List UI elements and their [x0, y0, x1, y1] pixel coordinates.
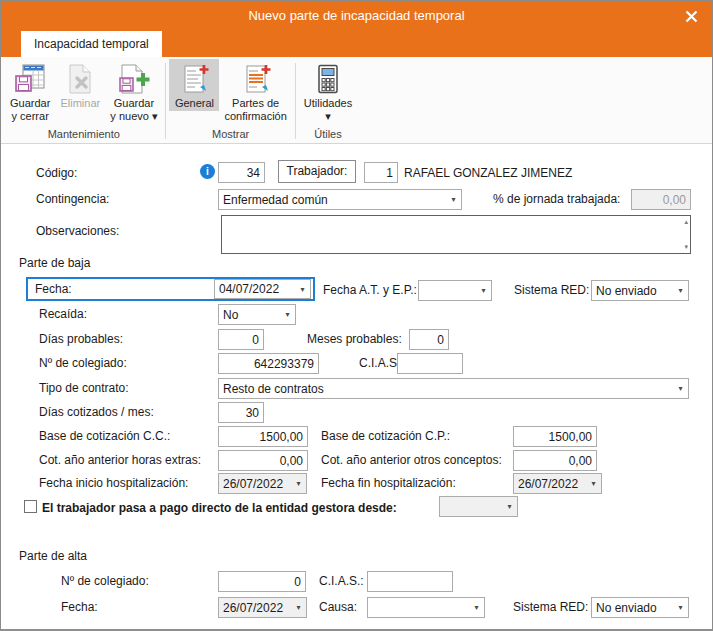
fecha-inicio-hosp-value: 26/07/2022	[223, 477, 291, 491]
guardar-y-cerrar-button[interactable]: Guardar y cerrar	[5, 59, 55, 124]
delete-icon	[64, 63, 96, 95]
fecha-fin-hosp-select[interactable]: 26/07/2022 ▾	[513, 473, 602, 494]
jornada-label: % de jornada trabajada:	[493, 192, 620, 206]
utilidades-button[interactable]: Utilidades ▾	[299, 59, 357, 124]
chevron-down-icon[interactable]: ▾	[469, 598, 484, 617]
general-icon	[178, 63, 210, 95]
fecha-at-ep-label: Fecha A.T. y E.P.:	[323, 283, 417, 297]
ribbon: Guardar y cerrar Eliminar	[1, 57, 712, 144]
tipo-contrato-select[interactable]: Resto de contratos ▾	[218, 378, 689, 399]
contingencia-label: Contingencia:	[36, 192, 109, 206]
cot-otros-conceptos-label: Cot. año anterior otros conceptos:	[321, 453, 502, 467]
trabajador-button[interactable]: Trabajador:	[278, 160, 356, 183]
cias-alta-input[interactable]	[367, 571, 453, 592]
sistema-red-baja-value: No enviado	[596, 284, 673, 298]
dias-cotizados-label: Días cotizados / mes:	[39, 405, 154, 419]
chevron-down-icon[interactable]: ▾	[673, 281, 688, 300]
calculator-icon	[312, 63, 344, 95]
recaida-select[interactable]: No ▾	[218, 304, 296, 325]
ribbon-group-label-mantenimiento: Mantenimiento	[5, 127, 162, 143]
sistema-red-baja-select[interactable]: No enviado ▾	[591, 280, 689, 301]
fecha-inicio-hosp-select[interactable]: 26/07/2022 ▾	[218, 473, 307, 494]
button-label-line1: Guardar	[10, 97, 50, 110]
button-label-line1: Guardar	[114, 97, 154, 110]
button-label-line1: Utilidades	[304, 97, 352, 110]
meses-probables-label: Meses probables:	[307, 332, 402, 346]
fecha-alta-select[interactable]: 26/07/2022 ▾	[218, 597, 307, 618]
cias-alta-label: C.I.A.S.:	[319, 574, 364, 588]
eliminar-button: Eliminar	[55, 59, 105, 111]
dias-cotizados-input[interactable]	[218, 402, 264, 423]
fecha-baja-focused-row: Fecha: 04/07/2022 ▾	[26, 277, 315, 301]
chevron-down-icon[interactable]: ▾	[280, 305, 295, 324]
scroll-down-icon[interactable]: ▾	[684, 243, 688, 251]
cot-horas-extras-label: Cot. año anterior horas extras:	[39, 453, 201, 467]
tab-incapacidad-temporal[interactable]: Incapacidad temporal	[21, 31, 162, 57]
sistema-red-alta-label: Sistema RED:	[513, 600, 588, 614]
save-close-icon	[14, 63, 46, 95]
button-label-line2: y nuevo ▾	[110, 110, 157, 123]
fecha-at-ep-select[interactable]: ▾	[418, 280, 492, 301]
observaciones-textarea[interactable]: ▴ ▾	[221, 215, 691, 254]
base-cp-input[interactable]	[513, 426, 597, 447]
cias-baja-input[interactable]	[397, 353, 463, 374]
base-cc-input[interactable]	[218, 426, 308, 447]
trabajador-codigo-input[interactable]	[364, 162, 398, 183]
pago-directo-label[interactable]: El trabajador pasa a pago directo de la …	[42, 501, 397, 515]
chevron-down-icon[interactable]: ▾	[291, 474, 306, 493]
num-colegiado-baja-input[interactable]	[218, 353, 319, 374]
codigo-input[interactable]	[218, 162, 265, 183]
observaciones-label: Observaciones:	[36, 224, 119, 238]
causa-select[interactable]: ▾	[367, 597, 485, 618]
tipo-contrato-label: Tipo de contrato:	[39, 381, 129, 395]
info-icon[interactable]: i	[200, 164, 215, 179]
chevron-down-icon[interactable]: ▾	[291, 598, 306, 617]
pago-directo-fecha-select[interactable]: ▾	[439, 496, 518, 517]
scroll-up-icon[interactable]: ▴	[684, 218, 688, 226]
form-area: Código: i Trabajador: RAFAEL GONZALEZ JI…	[1, 144, 712, 629]
cot-otros-conceptos-input[interactable]	[513, 450, 597, 471]
button-label-line1: Partes de	[232, 97, 279, 110]
confirmation-parts-icon	[240, 63, 272, 95]
meses-probables-input[interactable]	[409, 329, 449, 350]
guardar-y-nuevo-button[interactable]: Guardar y nuevo ▾	[105, 59, 162, 124]
button-label-line2: ▾	[325, 110, 331, 123]
fecha-inicio-hosp-label: Fecha inicio hospitalización:	[39, 476, 188, 490]
base-cp-label: Base de cotización C.P.:	[321, 429, 450, 443]
contingencia-select[interactable]: Enfermedad común ▾	[218, 189, 462, 210]
ribbon-separator	[165, 63, 166, 139]
sistema-red-alta-select[interactable]: No enviado ▾	[591, 597, 689, 618]
tipo-contrato-value: Resto de contratos	[223, 382, 673, 396]
fecha-baja-label: Fecha:	[35, 279, 72, 299]
ribbon-group-mantenimiento: Guardar y cerrar Eliminar	[5, 59, 162, 143]
button-label-line1: General	[175, 97, 214, 110]
button-label-line1: Eliminar	[60, 97, 100, 110]
sistema-red-alta-value: No enviado	[596, 601, 673, 615]
recaida-label: Recaída:	[39, 307, 87, 321]
ribbon-group-label-utiles: Útiles	[299, 127, 357, 143]
general-button[interactable]: General	[169, 59, 219, 111]
chevron-down-icon[interactable]: ▾	[586, 474, 601, 493]
dias-probables-label: Días probables:	[39, 332, 123, 346]
chevron-down-icon[interactable]: ▾	[673, 379, 688, 398]
chevron-down-icon[interactable]: ▾	[446, 190, 461, 209]
causa-label: Causa:	[319, 600, 357, 614]
fecha-alta-label: Fecha:	[61, 600, 98, 614]
chevron-down-icon[interactable]: ▾	[295, 280, 310, 298]
num-colegiado-alta-input[interactable]	[218, 571, 306, 592]
fecha-baja-select[interactable]: 04/07/2022 ▾	[214, 279, 311, 299]
chevron-down-icon[interactable]: ▾	[673, 598, 688, 617]
tab-strip: Incapacidad temporal	[1, 31, 712, 57]
num-colegiado-alta-label: Nº de colegiado:	[61, 574, 149, 588]
dias-probables-input[interactable]	[218, 329, 264, 350]
dialog-window: Nuevo parte de incapacidad temporal Inca…	[0, 0, 713, 631]
ribbon-group-label-mostrar: Mostrar	[169, 127, 291, 143]
chevron-down-icon[interactable]: ▾	[502, 497, 517, 516]
cot-horas-extras-input[interactable]	[218, 450, 308, 471]
ribbon-group-utiles: Utilidades ▾ Útiles	[299, 59, 357, 143]
chevron-down-icon[interactable]: ▾	[476, 281, 491, 300]
jornada-input	[631, 189, 691, 210]
pago-directo-checkbox[interactable]	[24, 500, 37, 513]
partes-de-confirmacion-button[interactable]: Partes de confirmación	[219, 59, 291, 124]
close-button[interactable]	[676, 1, 706, 31]
